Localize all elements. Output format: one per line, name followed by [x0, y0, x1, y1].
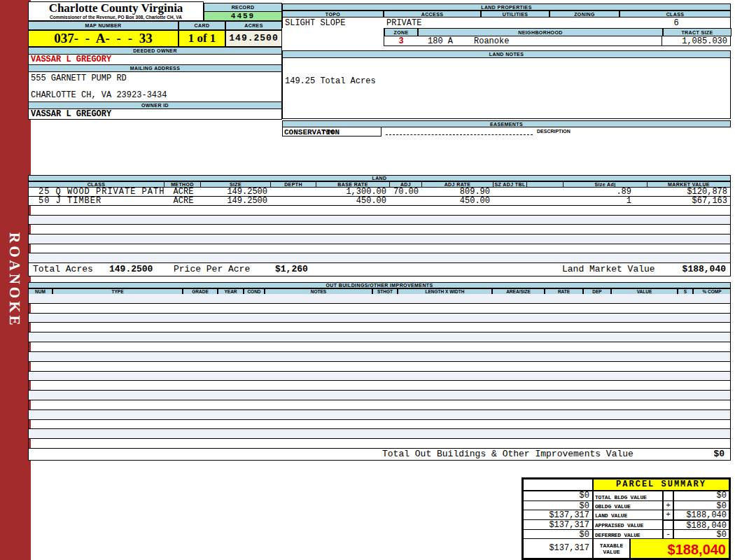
summary-row-total-bldg: $0 TOTAL BLDG VALUE $0 [523, 491, 729, 500]
empty-row [29, 294, 730, 304]
zone-headers: ZONE NEIGHBORHOOD TRACT SIZE [384, 28, 731, 36]
summary-row-obldg: $0 OBLDG VALUE + $0 [523, 500, 729, 510]
owner-section: DEEDED OWNER VASSAR L GREGORY MAILING AD… [28, 47, 282, 120]
easement-type-value: CONSERVATION [284, 128, 340, 136]
taxable-label: TAXABLE VALUE [593, 538, 630, 559]
neighborhood-code: 180 A [428, 36, 453, 46]
easements-title: EASEMENTS [282, 120, 731, 127]
land-notes-title: LAND NOTES [282, 50, 731, 58]
record-block: RECORD 4459 [204, 3, 282, 21]
land-row-extra [528, 197, 564, 205]
map-number-value: 037- - A- - - 33 [28, 30, 178, 47]
acres-label: ACRES [225, 21, 282, 30]
land-row-base-rate: 1,300.00 [317, 188, 391, 196]
commissioner-subtitle: Commissioner of the Revenue, PO Box 308,… [29, 15, 203, 20]
col-depth: DEPTH [271, 181, 316, 188]
empty-row [29, 439, 730, 449]
land-row-extra [528, 188, 564, 196]
easements-row: TYPE CONSERVATION DESCRIPTION [282, 127, 731, 136]
land-row-class: 50 J TIMBER [29, 197, 165, 205]
parcel-summary-header: PARCEL SUMMARY [523, 479, 729, 491]
empty-row [29, 400, 730, 410]
out-buildings-total-row: Total Out Buildings & Other Improvements… [28, 449, 731, 461]
summary-row-deferred: $0 DEFERRED VALUE - $0 [523, 529, 729, 538]
land-row-class: 25 Q WOOD PRIVATE PATH [29, 188, 165, 196]
class-value: 6 [670, 18, 682, 28]
mailing-address: 555 GARNETT PUMP RD CHARLOTTE CH, VA 239… [28, 72, 282, 102]
summary-row-appraised: $137,317 APPRAISED VALUE $188,040 [523, 519, 729, 529]
total-acres-label: Total Acres [33, 263, 93, 276]
address-line-1: 555 GARNETT PUMP RD [31, 74, 281, 83]
land-row-base-rate: 450.00 [317, 197, 391, 205]
empty-row [29, 244, 730, 254]
land-row-2: 50 J TIMBER ACRE 149.2500 450.00 450.00 … [28, 197, 731, 206]
out-buildings-empty-rows [28, 294, 731, 449]
empty-row [29, 206, 730, 216]
land-row-sz-adj-tbl [494, 188, 528, 196]
zone-label: ZONE [384, 28, 418, 36]
land-notes-body: 149.25 Total Acres [282, 58, 731, 119]
land-table-title: LAND [28, 175, 731, 181]
land-row-depth [272, 197, 317, 205]
access-label: ACCESS [384, 10, 481, 18]
neighborhood-value: Roanoke [474, 36, 509, 46]
zoning-label: ZONING [550, 10, 620, 18]
card-value: 1 of 1 [178, 30, 225, 47]
neighborhood-vertical-label: ROANOKE [6, 232, 23, 328]
col-blank [527, 181, 564, 188]
county-name: Charlotte County Virginia [29, 2, 203, 15]
out-buildings-total-value: $0 [713, 449, 724, 460]
county-sidebar: ROANOKE [0, 0, 31, 560]
easements-section: EASEMENTS TYPE CONSERVATION DESCRIPTION [282, 120, 731, 136]
empty-row [29, 372, 730, 382]
empty-row [29, 410, 730, 420]
record-value: 4459 [204, 12, 282, 21]
zone-values: 3 180 A Roanoke 1,085.030 [384, 36, 731, 46]
empty-row [29, 362, 730, 372]
topo-label: TOPO [282, 10, 384, 18]
land-properties-title: LAND PROPERTIES [282, 4, 731, 10]
land-row-adj-rate: 809.90 [423, 188, 494, 196]
county-title-box: Charlotte County Virginia Commissioner o… [28, 1, 204, 21]
parcel-summary-blank [523, 479, 593, 491]
address-line-2: CHARLOTTE CH, VA 23923-3434 [31, 90, 281, 100]
easement-description-line [386, 134, 533, 135]
empty-row [29, 381, 730, 391]
card-label: CARD [178, 21, 225, 30]
land-row-sz-adj-tbl [494, 197, 528, 205]
col-sz-adj-tbl: SZ ADJ TBL [493, 181, 527, 188]
land-row-adj: 70.00 [391, 188, 423, 196]
owner-id-label: OWNER ID [28, 102, 282, 109]
land-table: LAND CLASS METHOD SIZE DEPTH BASE RATE A… [28, 175, 731, 276]
land-properties-headers: TOPO ACCESS UTILITIES ZONING CLASS [282, 10, 731, 18]
land-properties-section: LAND PROPERTIES TOPO ACCESS UTILITIES ZO… [282, 4, 731, 46]
empty-row [29, 332, 730, 342]
empty-row [29, 225, 730, 234]
empty-row [29, 234, 730, 244]
summary-row-taxable: $137,317 TAXABLE VALUE $188,040 [523, 538, 729, 559]
out-buildings-total-label: Total Out Buildings & Other Improvements… [382, 449, 634, 460]
out-buildings-section: OUT BUILDINGS/OTHER IMPROVEMENTS NUM TYP… [28, 282, 731, 461]
mailing-address-label: MAILING ADDRESS [28, 64, 282, 72]
empty-row [29, 216, 730, 225]
deeded-owner-value: VASSAR L GREGORY [28, 55, 282, 64]
land-row-size: 149.2500 [202, 188, 272, 196]
neighborhood-label: NEIGHBORHOOD [418, 28, 663, 36]
map-number-label: MAP NUMBER [28, 21, 178, 30]
land-market-value-label: Land Market Value [562, 263, 655, 276]
land-row-adj-rate: 450.00 [423, 197, 494, 205]
land-totals-row: Total Acres 149.2500 Price Per Acre $1,2… [28, 263, 731, 276]
land-row-size-adj: .89 [564, 188, 648, 196]
empty-row [29, 253, 730, 263]
owner-id-value: VASSAR L GREGORY [28, 109, 282, 120]
land-row-adj [391, 197, 423, 205]
empty-row [29, 391, 730, 400]
land-row-method: ACRE [165, 188, 202, 196]
land-row-size-adj: 1 [564, 197, 648, 205]
deeded-owner-label: DEEDED OWNER [28, 47, 282, 55]
access-value: PRIVATE [386, 18, 421, 28]
land-table-empty-rows [28, 206, 731, 263]
land-notes-section: LAND NOTES 149.25 Total Acres [282, 50, 731, 119]
taxable-label-line2: VALUE [594, 549, 629, 555]
empty-row [29, 352, 730, 362]
